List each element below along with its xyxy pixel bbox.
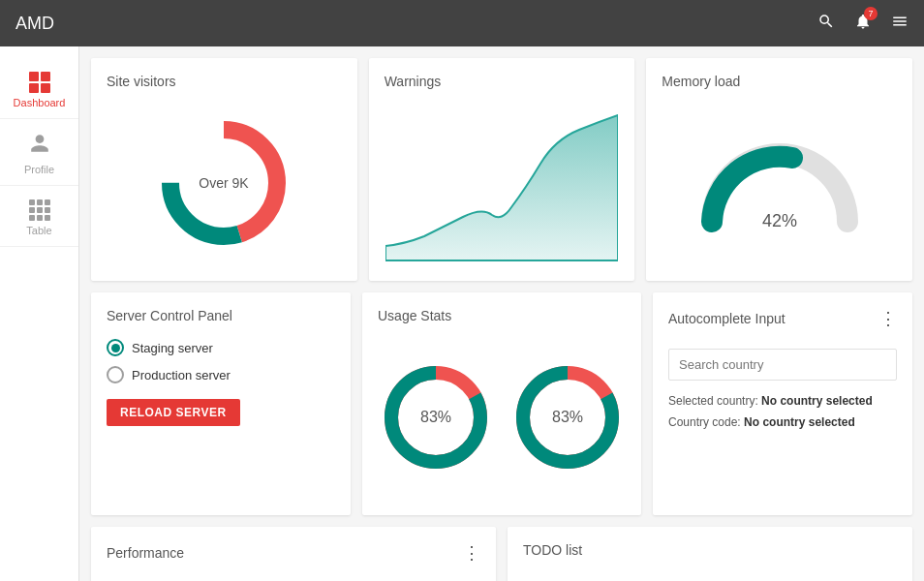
server-control-card: Server Control Panel Staging server Prod… <box>91 292 351 515</box>
country-code-label: Country code: <box>668 415 741 429</box>
autocomplete-header: Autocomplete Input ⋮ <box>668 308 897 329</box>
todo-title: TODO list <box>523 542 582 558</box>
performance-title: Performance <box>107 545 184 561</box>
todo-card: TODO list <box>508 527 912 581</box>
svg-text:42%: 42% <box>762 211 797 230</box>
search-country-input[interactable] <box>668 349 897 381</box>
performance-card: Performance ⋮ <box>91 527 496 581</box>
performance-more-icon[interactable]: ⋮ <box>463 542 480 564</box>
server-radio-group: Staging server Production server <box>107 339 335 383</box>
svg-text:83%: 83% <box>552 409 583 425</box>
country-code-value: No country selected <box>744 415 855 429</box>
sidebar-item-table-label: Table <box>26 225 51 236</box>
sidebar: Dashboard Profile Table <box>0 46 79 581</box>
dashboard-icon <box>29 72 50 93</box>
server-control-title: Server Control Panel <box>107 308 335 323</box>
performance-header: Performance ⋮ <box>107 542 480 564</box>
top-cards-grid: Site visitors Over 9K Warnings <box>91 58 912 281</box>
sidebar-item-profile-label: Profile <box>24 164 54 175</box>
memory-load-chart: 42% <box>662 101 897 265</box>
sidebar-item-dashboard[interactable]: Dashboard <box>0 58 78 119</box>
bottom-cards-grid: Performance ⋮ TODO list <box>91 527 912 581</box>
production-server-label: Production server <box>132 368 231 382</box>
table-icon <box>29 199 50 221</box>
sidebar-item-dashboard-label: Dashboard <box>14 97 66 108</box>
search-icon[interactable] <box>817 13 835 35</box>
staging-server-label: Staging server <box>132 341 213 355</box>
usage-stats-title: Usage Stats <box>378 308 626 323</box>
usage-chart-1: 83% <box>378 359 494 475</box>
brand-logo: AMD <box>15 14 54 34</box>
selected-country-info: Selected country: No country selected <box>668 394 897 408</box>
staging-server-option[interactable]: Staging server <box>107 339 335 356</box>
selected-country-label: Selected country: <box>668 394 758 408</box>
menu-icon[interactable] <box>891 13 909 35</box>
production-server-option[interactable]: Production server <box>107 366 335 383</box>
usage-stats-charts: 83% 83% <box>378 335 626 500</box>
topnav: AMD 7 <box>0 0 924 46</box>
production-radio-circle <box>107 366 124 383</box>
selected-country-value: No country selected <box>761 394 873 408</box>
staging-radio-circle <box>107 339 124 356</box>
country-code-info: Country code: No country selected <box>668 415 897 429</box>
autocomplete-card: Autocomplete Input ⋮ Selected country: N… <box>653 292 912 515</box>
warnings-card: Warnings <box>369 58 635 281</box>
warnings-chart <box>385 101 620 265</box>
svg-text:83%: 83% <box>420 409 451 425</box>
sidebar-item-table[interactable]: Table <box>0 186 78 247</box>
site-visitors-card: Site visitors Over 9K <box>91 58 357 281</box>
profile-icon <box>29 133 50 160</box>
todo-header: TODO list <box>523 542 897 558</box>
usage-stats-card: Usage Stats 83% <box>362 292 641 515</box>
notification-badge: 7 <box>864 7 878 20</box>
main-layout: Dashboard Profile Table Site visitors <box>0 46 924 581</box>
memory-load-card: Memory load 42% <box>646 58 912 281</box>
topnav-icons: 7 <box>817 13 909 35</box>
memory-load-title: Memory load <box>662 74 897 89</box>
reload-server-button[interactable]: RELOAD SERVER <box>107 399 240 426</box>
content-area: Site visitors Over 9K Warnings <box>79 46 924 581</box>
usage-chart-2: 83% <box>509 359 626 475</box>
autocomplete-title: Autocomplete Input <box>668 311 785 326</box>
notifications-icon[interactable]: 7 <box>854 13 872 35</box>
site-visitors-chart: Over 9K <box>107 101 342 265</box>
more-options-icon[interactable]: ⋮ <box>879 308 897 329</box>
middle-cards-grid: Server Control Panel Staging server Prod… <box>91 292 912 515</box>
site-visitors-title: Site visitors <box>107 74 342 89</box>
sidebar-item-profile[interactable]: Profile <box>0 119 78 186</box>
svg-text:Over 9K: Over 9K <box>200 175 250 191</box>
warnings-title: Warnings <box>385 74 620 89</box>
